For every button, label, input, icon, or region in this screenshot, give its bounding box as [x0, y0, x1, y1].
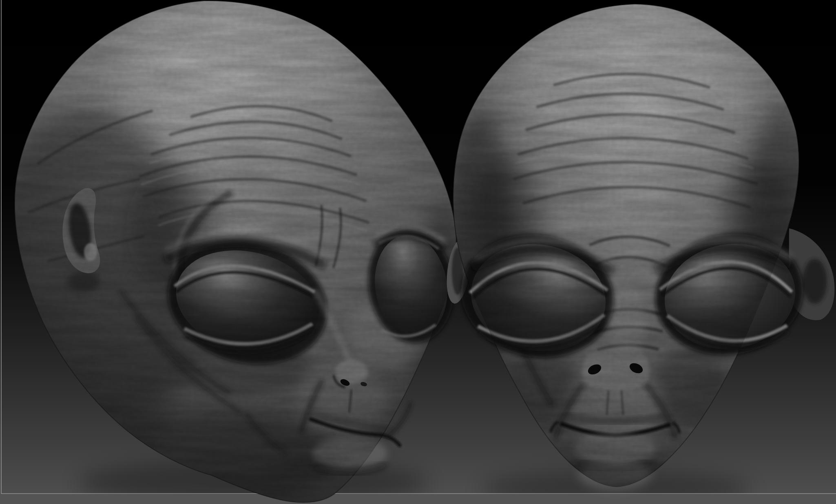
- frame-lower-strip: [0, 494, 836, 504]
- sculpt-viewport[interactable]: [0, 0, 836, 504]
- sculpt-canvas[interactable]: [0, 0, 836, 504]
- ear-inner: [803, 259, 827, 304]
